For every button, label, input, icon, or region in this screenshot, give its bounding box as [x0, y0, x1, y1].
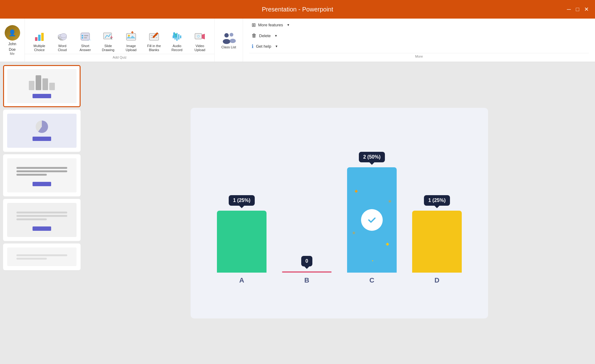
content-area: 1 (25%) A 0 B 2 (50%) — [84, 62, 595, 364]
sparkle-4: ◆ — [386, 241, 389, 246]
slide-thumb-3[interactable] — [3, 154, 81, 196]
svg-rect-31 — [178, 34, 179, 40]
window-title: Presentation - Powerpoint — [262, 6, 333, 13]
user-section: 👤 John Doe Me — [0, 19, 25, 62]
ribbon-image-upload[interactable]: ImageUpload — [120, 29, 142, 54]
audio-record-icon — [171, 30, 183, 43]
add-quiz-section: MultipleChoice ● WordCloud — [25, 19, 215, 62]
svg-rect-29 — [174, 34, 176, 40]
thumb-lines-4 — [14, 209, 69, 223]
bar-group-a: 1 (25%) A — [217, 211, 267, 284]
thumb-line-7 — [16, 254, 67, 256]
multiple-choice-label: MultipleChoice — [33, 44, 45, 52]
maximize-button[interactable]: □ — [576, 7, 579, 12]
chart-container: 1 (25%) A 0 B 2 (50%) — [209, 120, 469, 300]
audio-record-label: AudioRecord — [171, 44, 182, 52]
thumb-bar-1 — [29, 81, 34, 90]
bar-group-d: 1 (25%) D — [412, 211, 462, 284]
user-first-name: John — [8, 42, 16, 46]
image-upload-label: ImageUpload — [126, 44, 137, 52]
bar-tooltip-c: 2 (50%) — [359, 152, 385, 162]
get-help-button[interactable]: ℹ Get help ▼ — [249, 42, 589, 50]
axis-label-d: D — [434, 276, 439, 284]
ribbon-fill-blanks[interactable]: Fill in theBlanks — [143, 29, 165, 54]
bar-b-wrapper — [282, 271, 332, 273]
ribbon-short-answer[interactable]: … ShortAnswer — [74, 29, 96, 54]
svg-rect-30 — [176, 33, 178, 41]
slide-thumb-5-preview — [7, 248, 77, 266]
svg-rect-22 — [151, 35, 153, 36]
short-answer-label: ShortAnswer — [80, 44, 91, 52]
thumb-bars — [26, 74, 57, 90]
quiz-items: MultipleChoice ● WordCloud — [25, 22, 214, 54]
thumb-line-4 — [16, 212, 67, 213]
thumb-blue-rect-4 — [33, 226, 51, 231]
bar-b — [282, 271, 332, 273]
svg-point-20 — [128, 35, 130, 37]
thumb-bar-2 — [36, 75, 41, 90]
ribbon-video-upload[interactable]: VideoUpload — [189, 29, 211, 54]
thumb-lines-3 — [14, 164, 69, 178]
ribbon-multiple-choice[interactable]: MultipleChoice — [29, 29, 50, 54]
svg-rect-1 — [38, 35, 41, 41]
delete-button[interactable]: 🗑 Delete ▼ — [249, 32, 589, 40]
ribbon: 👤 John Doe Me MultipleChoice — [0, 19, 595, 62]
svg-marker-34 — [202, 34, 205, 39]
avatar: 👤 — [5, 25, 20, 41]
ribbon-audio-record[interactable]: AudioRecord — [166, 29, 188, 54]
thumb-bar-4 — [49, 83, 55, 90]
bar-tooltip-b: 0 — [301, 256, 313, 266]
thumb-line-5 — [16, 215, 67, 217]
class-list-label: Class List — [221, 45, 236, 49]
main-layout: 1 (25%) A 0 B 2 (50%) — [0, 62, 595, 364]
slide-thumb-2-preview — [7, 114, 77, 148]
more-features-button[interactable]: ⊞ More features ▼ — [249, 21, 589, 29]
svg-rect-32 — [180, 35, 181, 38]
sparkle-2: ✳ — [388, 199, 392, 204]
svg-point-8 — [60, 39, 62, 41]
slide-thumb-1-preview — [7, 69, 77, 103]
slide-canvas: 1 (25%) A 0 B 2 (50%) — [191, 108, 488, 318]
slide-drawing-label: SlideDrawing — [102, 44, 114, 52]
info-icon: ℹ — [252, 43, 253, 49]
close-button[interactable]: ✕ — [584, 7, 589, 12]
minimize-button[interactable]: ─ — [567, 7, 571, 12]
slide-thumb-5[interactable] — [3, 243, 81, 270]
svg-point-12 — [82, 35, 83, 36]
slide-panel — [0, 62, 84, 364]
word-cloud-label: WordCloud — [58, 44, 67, 52]
slide-thumb-4[interactable] — [3, 199, 81, 241]
ribbon-word-cloud[interactable]: ● WordCloud — [51, 29, 73, 54]
more-section-label: More — [249, 53, 589, 59]
image-upload-icon — [125, 30, 137, 43]
thumb-line-3 — [16, 174, 47, 176]
slide-drawing-icon — [102, 30, 114, 43]
svg-point-39 — [230, 33, 233, 37]
slide-thumb-1[interactable] — [3, 65, 81, 107]
class-list-section[interactable]: Class List — [215, 19, 243, 62]
more-features-arrow: ▼ — [287, 23, 290, 27]
grid-icon: ⊞ — [252, 22, 256, 28]
delete-label: Delete — [259, 33, 271, 38]
fill-blanks-icon — [148, 30, 160, 43]
ribbon-slide-drawing[interactable]: SlideDrawing — [97, 29, 119, 54]
bar-tooltip-d: 1 (25%) — [424, 195, 450, 206]
class-list-icon — [221, 32, 236, 44]
thumb-line-1 — [16, 167, 67, 169]
svg-rect-25 — [156, 37, 157, 38]
video-upload-label: VideoUpload — [195, 44, 205, 52]
window-controls: ─ □ ✕ — [567, 7, 589, 12]
axis-label-b: B — [304, 276, 309, 284]
svg-point-37 — [224, 33, 229, 37]
thumb-line-6 — [16, 218, 47, 220]
user-last-name: Doe — [9, 47, 15, 52]
slide-thumb-2[interactable] — [3, 110, 81, 152]
add-quiz-label: Add Quiz — [25, 54, 214, 60]
fill-blanks-label: Fill in theBlanks — [147, 44, 161, 52]
svg-rect-28 — [173, 35, 174, 38]
axis-label-c: C — [369, 276, 374, 284]
multiple-choice-icon — [33, 30, 46, 43]
sparkle-3: ✳ — [352, 230, 356, 235]
correct-indicator — [361, 209, 383, 231]
axis-label-a: A — [239, 276, 244, 284]
